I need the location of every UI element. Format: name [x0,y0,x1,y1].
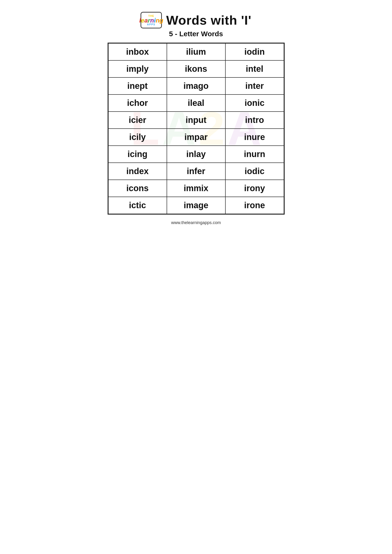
table-row: icierinputintro [108,111,284,129]
word-cell: iodic [225,163,284,180]
word-cell: iodin [225,43,284,60]
word-cell: imago [167,77,225,95]
word-cell: ilium [167,43,225,60]
words-table-wrapper: LA2A inboxiliumiodinimplyikonsintelinept… [108,43,285,215]
table-row: implyikonsintel [108,60,284,77]
word-cell: infer [167,163,225,180]
word-cell: icier [108,111,167,129]
word-cell: ichor [108,95,167,111]
word-cell: inure [225,129,284,146]
word-cell: icons [108,180,167,197]
word-cell: inept [108,77,167,95]
header: THE learning APPS Words with 'I' 5 - Let… [108,12,285,38]
website-url: www.thelearningapps.com [171,220,221,225]
word-cell: impar [167,129,225,146]
word-cell: ictic [108,197,167,214]
word-cell: index [108,163,167,180]
word-cell: imply [108,60,167,77]
word-cell: ionic [225,95,284,111]
word-cell: intro [225,111,284,129]
word-cell: icily [108,129,167,146]
header-top: THE learning APPS Words with 'I' [140,12,252,28]
table-row: ichorilealionic [108,95,284,111]
logo: THE learning APPS [140,12,162,28]
word-cell: image [167,197,225,214]
word-cell: ileal [167,95,225,111]
table-row: indexinferiodic [108,163,284,180]
word-cell: intel [225,60,284,77]
word-cell: immix [167,180,225,197]
table-row: inboxiliumiodin [108,43,284,60]
sub-title: 5 - Letter Words [169,30,223,38]
word-cell: inlay [167,146,225,163]
table-row: icticimageirone [108,197,284,214]
footer: www.thelearningapps.com [108,220,285,225]
table-row: iconsimmixirony [108,180,284,197]
word-cell: inbox [108,43,167,60]
table-row: icilyimparinure [108,129,284,146]
words-table: inboxiliumiodinimplyikonsintelineptimago… [108,43,284,214]
word-cell: inurn [225,146,284,163]
logo-bottom-text: APPS [147,23,155,26]
main-title: Words with 'I' [166,14,252,27]
word-cell: icing [108,146,167,163]
word-cell: inter [225,77,284,95]
word-cell: irony [225,180,284,197]
page: THE learning APPS Words with 'I' 5 - Let… [98,5,294,235]
logo-middle-text: learning [139,17,163,23]
table-row: icinginlayinurn [108,146,284,163]
word-cell: ikons [167,60,225,77]
word-cell: irone [225,197,284,214]
word-cell: input [167,111,225,129]
table-row: ineptimagointer [108,77,284,95]
